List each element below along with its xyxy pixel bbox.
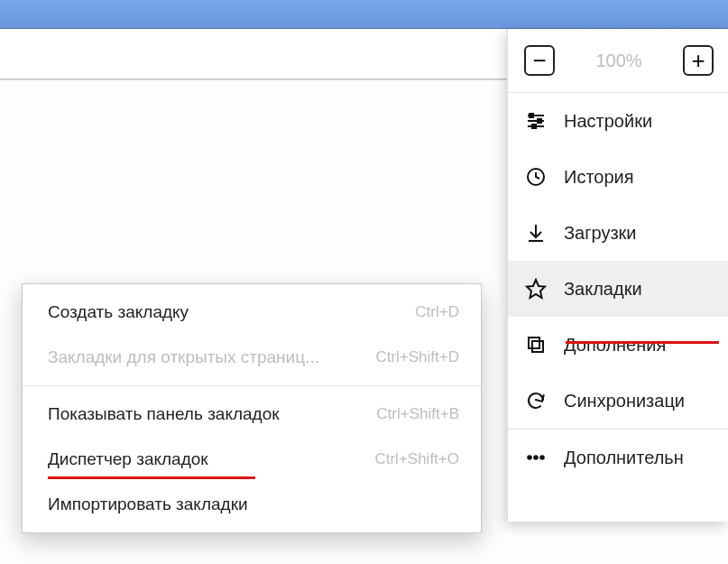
zoom-controls: − 100% + xyxy=(508,29,728,92)
download-icon xyxy=(524,221,548,245)
svg-point-14 xyxy=(540,456,544,459)
shortcut-text: Ctrl+Shift+D xyxy=(375,348,459,366)
annotation-underline xyxy=(566,341,719,344)
clock-icon xyxy=(524,165,548,189)
bookmarks-submenu: Создать закладку Ctrl+D Закладки для отк… xyxy=(22,283,482,533)
submenu-label: Закладки для открытых страниц... xyxy=(48,347,319,367)
submenu-item-import-bookmarks[interactable]: Импортировать закладки xyxy=(23,482,481,527)
menu-item-history[interactable]: История xyxy=(508,149,728,205)
copy-icon xyxy=(524,333,548,356)
menu-item-more[interactable]: Дополнительн xyxy=(508,430,728,485)
submenu-label: Создать закладку xyxy=(48,302,189,322)
submenu-label: Диспетчер закладок xyxy=(48,449,208,469)
svg-point-13 xyxy=(534,456,538,459)
submenu-separator xyxy=(23,385,481,386)
sync-icon xyxy=(524,389,548,412)
annotation-underline xyxy=(48,476,255,479)
menu-label: Настройки xyxy=(564,111,652,132)
more-horizontal-icon xyxy=(524,446,548,469)
submenu-label: Импортировать закладки xyxy=(48,495,248,514)
svg-rect-11 xyxy=(529,337,539,348)
zoom-out-button[interactable]: − xyxy=(524,45,555,76)
zoom-value: 100% xyxy=(595,51,641,71)
minus-icon: − xyxy=(532,49,546,72)
svg-point-12 xyxy=(528,456,531,459)
shortcut-text: Ctrl+Shift+B xyxy=(376,405,459,423)
menu-label: Синхронизаци xyxy=(564,391,685,411)
plus-icon: + xyxy=(691,49,705,72)
submenu-item-show-bookmark-bar[interactable]: Показывать панель закладок Ctrl+Shift+B xyxy=(23,392,481,437)
submenu-item-bookmark-open-tabs: Закладки для открытых страниц... Ctrl+Sh… xyxy=(23,335,481,380)
menu-item-downloads[interactable]: Загрузки xyxy=(508,205,728,261)
zoom-in-button[interactable]: + xyxy=(683,45,714,76)
menu-label: История xyxy=(564,167,634,188)
shortcut-text: Ctrl+Shift+O xyxy=(374,450,459,468)
menu-label: Дополнительн xyxy=(564,448,684,468)
shortcut-text: Ctrl+D xyxy=(415,303,459,321)
sliders-icon xyxy=(524,109,548,133)
submenu-label: Показывать панель закладок xyxy=(48,404,280,424)
main-menu-panel: − 100% + Настройки История Загрузки Закл… xyxy=(507,29,728,522)
svg-rect-10 xyxy=(532,341,543,352)
svg-marker-9 xyxy=(527,280,545,298)
star-icon xyxy=(524,277,548,300)
submenu-item-bookmark-manager[interactable]: Диспетчер закладок Ctrl+Shift+O xyxy=(23,437,481,482)
window-titlebar xyxy=(0,0,728,29)
menu-item-addons[interactable]: Дополнения xyxy=(508,317,728,373)
menu-label: Загрузки xyxy=(564,223,637,244)
menu-label: Дополнения xyxy=(564,335,666,356)
menu-label: Закладки xyxy=(564,279,642,300)
menu-item-sync[interactable]: Синхронизаци xyxy=(508,373,728,429)
submenu-item-create-bookmark[interactable]: Создать закладку Ctrl+D xyxy=(23,290,481,335)
menu-item-settings[interactable]: Настройки xyxy=(508,93,728,149)
menu-item-bookmarks[interactable]: Закладки xyxy=(508,261,728,317)
